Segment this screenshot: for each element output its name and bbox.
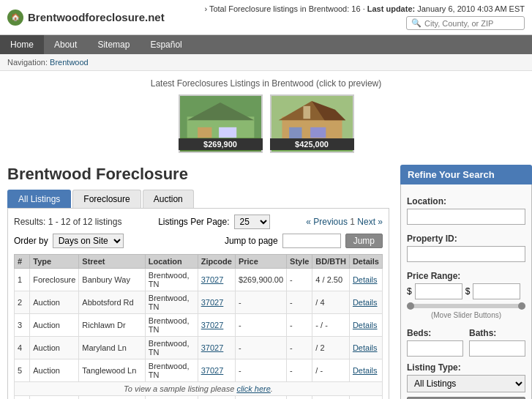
order-bar: Order by Days on SitePriceAddressType Ju… (14, 234, 383, 248)
svg-rect-4 (219, 127, 236, 138)
table-row: 3AuctionRichlawn DrBrentwood, TN37027---… (15, 314, 383, 337)
results-text: Results: 1 - 12 of 12 listings (14, 217, 121, 227)
row-zip-link[interactable]: 37027 (201, 343, 224, 352)
col-num: # (15, 255, 30, 269)
row-zip-link[interactable]: 37027 (201, 366, 224, 375)
row-street: Maryland Ln (79, 337, 145, 359)
tab-foreclosure[interactable]: Foreclosure (72, 190, 141, 208)
row-price: - (235, 396, 286, 400)
row-num: 3 (15, 314, 30, 337)
header-right: › Total Foreclosure listings in Brentwoo… (204, 4, 525, 30)
row-price: $269,900.00 (235, 269, 286, 291)
location-input[interactable] (407, 209, 525, 225)
row-bdbth: 2 / 2 (312, 396, 350, 400)
next-page[interactable]: Next » (357, 217, 383, 227)
baths-input[interactable] (469, 340, 525, 357)
nav-item-sitemap[interactable]: Sitemap (87, 35, 140, 54)
row-price: - (235, 337, 286, 359)
beds-label: Beds: (407, 328, 463, 338)
sample-listing-row: To view a sample listing please click he… (15, 382, 383, 396)
row-location: Brentwood, TN (145, 314, 198, 337)
price-from-input[interactable] (415, 283, 462, 299)
sidebar-header: Refine Your Search (400, 165, 532, 184)
row-type: Auction (30, 291, 79, 314)
slider-bar[interactable] (407, 304, 525, 308)
row-style: - (287, 291, 312, 314)
listing-type-select[interactable]: All Listings Foreclosure Auction (407, 375, 525, 392)
featured-title: Latest Foreclosures Listings in Brentwoo… (7, 78, 525, 89)
site-logo: 🏠 Brentwoodforeclosure.net (7, 10, 165, 26)
row-details: Details (349, 396, 382, 400)
table-body: 1ForeclosureBanbury WayBrentwood, TN3702… (15, 269, 383, 400)
tab-all-listings[interactable]: All Listings (7, 190, 71, 208)
row-street: Banbury Way (79, 269, 145, 291)
sidebar-body: Location: Property ID: Price Range: $ $ (400, 184, 532, 399)
row-details-link[interactable]: Details (353, 275, 378, 284)
svg-rect-11 (310, 127, 326, 138)
sidebar-inner: Refine Your Search Location: Property ID… (400, 165, 532, 399)
row-details: Details (349, 291, 382, 314)
row-bdbth: / 2 (312, 337, 350, 359)
property-id-label: Property ID: (407, 234, 525, 244)
nav-item-about[interactable]: About (44, 35, 87, 54)
tab-auction[interactable]: Auction (143, 190, 194, 208)
row-details-link[interactable]: Details (353, 298, 378, 307)
per-page-select[interactable]: 251050100 (234, 215, 270, 229)
featured-item-1[interactable]: $269,900 (179, 94, 263, 150)
jump-button[interactable]: Jump (345, 234, 383, 248)
row-location: Brentwood, TN (145, 359, 198, 382)
price-slider[interactable] (407, 304, 525, 308)
row-num: 1 (15, 269, 30, 291)
search-box[interactable]: 🔍 (406, 16, 525, 30)
row-zip-link[interactable]: 37027 (201, 275, 224, 284)
row-location: Brentwood, TN (145, 396, 198, 400)
listings-table: # Type Street Location Zipcode Price Sty… (14, 254, 383, 399)
row-details: Details (349, 269, 382, 291)
slider-note: (Move Slider Buttons) (407, 311, 525, 319)
slider-thumb-left[interactable] (407, 302, 414, 310)
row-zip-link[interactable]: 37027 (201, 321, 224, 329)
row-num: 2 (15, 291, 30, 314)
property-id-input[interactable] (407, 246, 525, 262)
update-info: › Total Foreclosure listings in Brentwoo… (204, 4, 525, 13)
baths-label: Baths: (469, 328, 525, 338)
slider-thumb-right[interactable] (518, 302, 525, 310)
row-num: 5 (15, 359, 30, 382)
order-select[interactable]: Days on SitePriceAddressType (53, 234, 124, 248)
row-style: - (287, 314, 312, 337)
row-details: Details (349, 337, 382, 359)
col-details: Details (349, 255, 382, 269)
table-row: 4AuctionMaryland LnBrentwood, TN37027--/… (15, 337, 383, 359)
row-style: - (287, 359, 312, 382)
breadcrumb-link[interactable]: Brentwood (50, 58, 89, 67)
price-to-input[interactable] (473, 283, 520, 299)
row-bdbth: / 4 (312, 291, 350, 314)
row-zip: 37027 (198, 337, 235, 359)
prev-page[interactable]: « Previous (306, 217, 348, 227)
table-row: 6AuctionBrentwood Meadows CBrentwood, TN… (15, 396, 383, 400)
row-details: Details (349, 359, 382, 382)
nav-item-home[interactable]: Home (0, 35, 44, 54)
pagination: « Previous 1 Next » (306, 217, 383, 227)
row-details-link[interactable]: Details (353, 343, 378, 352)
svg-rect-12 (303, 106, 310, 119)
row-zip-link[interactable]: 37027 (201, 298, 224, 307)
search-input[interactable] (424, 19, 520, 28)
table-row: 2AuctionAbbotsford RdBrentwood, TN37027-… (15, 291, 383, 314)
nav-item-espanol[interactable]: Español (140, 35, 192, 54)
beds-section: Beds: (407, 322, 463, 357)
beds-input[interactable] (407, 340, 463, 357)
beds-baths: Beds: Baths: (407, 322, 525, 357)
main-wrapper: Brentwood Foreclosure All Listings Forec… (0, 157, 532, 399)
row-details-link[interactable]: Details (353, 366, 378, 375)
row-zip: 37027 (198, 314, 235, 337)
sample-listing-link[interactable]: click here (236, 384, 270, 393)
row-style: - (287, 269, 312, 291)
row-details-link[interactable]: Details (353, 321, 378, 329)
location-label: Location: (407, 196, 525, 206)
listing-type-label: Listing Type: (407, 362, 525, 373)
jump-input[interactable] (282, 234, 341, 248)
row-bdbth: 4 / 2.50 (312, 269, 350, 291)
featured-item-2[interactable]: $425,000 (270, 94, 354, 150)
row-street: Richlawn Dr (79, 314, 145, 337)
